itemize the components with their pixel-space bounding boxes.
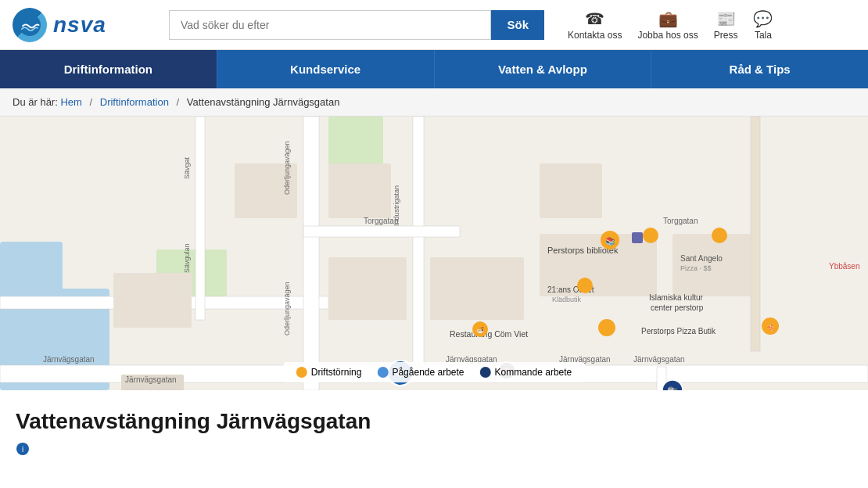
kommande-label: Kommande arbete [495, 367, 572, 378]
svg-rect-68 [632, 232, 643, 243]
page-title: Vattenavstängning Järnvägsgatan [16, 409, 852, 434]
main-nav: Driftinformation Kundservice Vatten & Av… [0, 50, 868, 88]
search-button[interactable]: Sök [491, 10, 544, 40]
svg-text:Järnvägsgatan: Järnvägsgatan [43, 355, 95, 364]
legend-pagaende: Pågående arbete [377, 367, 464, 378]
legend-driftstorning: Driftstörning [296, 367, 362, 378]
svg-rect-14 [751, 117, 760, 351]
svg-point-65 [598, 319, 615, 336]
pagaende-dot [377, 367, 388, 378]
search-input[interactable] [169, 10, 491, 40]
page-content: Vattenavstängning Järnvägsgatan i [0, 390, 868, 472]
press-link[interactable]: 📰 Press [714, 9, 738, 41]
site-header: nsva Sök ☎ Kontakta oss 💼 Jobba hos oss … [0, 0, 868, 50]
svg-text:🍜: 🍜 [476, 326, 484, 334]
svg-text:Klädbutik: Klädbutik [552, 296, 582, 303]
svg-point-62 [577, 278, 593, 293]
logo-text: nsva [53, 13, 106, 38]
svg-rect-20 [430, 257, 524, 320]
svg-rect-17 [113, 273, 192, 328]
nav-vatten-avlopp[interactable]: Vatten & Avlopp [435, 50, 652, 88]
kommande-dot [480, 367, 491, 378]
svg-text:Oderljungavägen: Oderljungavägen [283, 282, 291, 336]
logo-icon [13, 8, 47, 42]
breadcrumb-sep-1: / [90, 96, 93, 108]
search-area: Sök [169, 10, 544, 40]
svg-text:Pizza · $$: Pizza · $$ [680, 264, 712, 272]
newspaper-icon: 📰 [716, 9, 736, 28]
driftstorning-label: Driftstörning [311, 367, 362, 378]
phone-icon: ☎ [585, 9, 604, 28]
pagaende-label: Pågående arbete [392, 367, 464, 378]
map-container[interactable]: Järnvägsgatan Järnvägsgatan Järnvägsgata… [0, 117, 868, 390]
legend-kommande: Kommande arbete [480, 367, 572, 378]
nav-kundservice[interactable]: Kundservice [217, 50, 435, 88]
svg-text:Torggatan: Torggatan [663, 217, 698, 225]
breadcrumb-prefix: Du är här: [13, 96, 60, 108]
svg-point-61 [712, 228, 727, 243]
press-label: Press [714, 30, 738, 41]
breadcrumb-driftinformation[interactable]: Driftinformation [100, 96, 169, 108]
svg-text:Järnvägsgatan: Järnvägsgatan [125, 375, 177, 384]
breadcrumb-current: Vattenavstängning Järnvägsgatan [187, 96, 340, 108]
svg-rect-13 [195, 117, 205, 320]
svg-text:Sävgat: Sävgat [183, 156, 191, 179]
svg-text:Ybbåsen: Ybbåsen [829, 262, 859, 271]
svg-text:Industrigatan: Industrigatan [393, 185, 400, 226]
map-legend: Driftstörning Pågående arbete Kommande a… [284, 362, 585, 382]
svg-text:Perstorps Pizza Butik: Perstorps Pizza Butik [641, 327, 716, 336]
svg-text:Restaurang Cöm Viet: Restaurang Cöm Viet [450, 329, 528, 339]
header-icons: ☎ Kontakta oss 💼 Jobba hos oss 📰 Press 💬… [568, 9, 773, 41]
svg-text:🚉: 🚉 [667, 386, 678, 390]
briefcase-icon: 💼 [658, 9, 678, 28]
svg-rect-10 [303, 117, 319, 390]
svg-text:center perstorp: center perstorp [651, 303, 704, 312]
nav-driftinformation[interactable]: Driftinformation [0, 50, 217, 88]
kontakta-oss-label: Kontakta oss [568, 30, 622, 41]
svg-rect-19 [328, 257, 407, 320]
svg-text:Islamiska kultur: Islamiska kultur [649, 293, 704, 302]
svg-point-60 [643, 228, 658, 243]
svg-text:🍕: 🍕 [766, 322, 776, 332]
svg-rect-23 [328, 163, 391, 218]
driftstorning-dot [296, 367, 307, 378]
breadcrumb-home[interactable]: Hem [60, 96, 81, 108]
jobba-hos-oss-link[interactable]: 💼 Jobba hos oss [637, 9, 698, 41]
svg-rect-12 [303, 226, 460, 237]
breadcrumb-sep-2: / [177, 96, 180, 108]
svg-rect-25 [540, 163, 602, 218]
svg-text:📚: 📚 [605, 236, 615, 246]
svg-text:Sant Angelo: Sant Angelo [680, 254, 723, 263]
breadcrumb: Du är här: Hem / Driftinformation / Vatt… [0, 88, 868, 117]
svg-text:Sävgulan: Sävgulan [183, 243, 191, 273]
tala-label: Tala [755, 30, 772, 41]
tala-link[interactable]: 💬 Tala [753, 9, 773, 41]
svg-text:Oderljungavägen: Oderljungavägen [283, 141, 291, 195]
speech-icon: 💬 [753, 9, 773, 28]
svg-text:i: i [22, 445, 23, 454]
svg-rect-11 [413, 117, 424, 367]
status-icon: i [16, 442, 30, 456]
logo-area[interactable]: nsva [13, 8, 153, 42]
jobba-hos-oss-label: Jobba hos oss [637, 30, 698, 41]
kontakta-oss-link[interactable]: ☎ Kontakta oss [568, 9, 622, 41]
svg-text:Järnvägsgatan: Järnvägsgatan [633, 355, 685, 364]
svg-rect-3 [0, 242, 63, 304]
nav-rad-tips[interactable]: Råd & Tips [651, 50, 868, 88]
